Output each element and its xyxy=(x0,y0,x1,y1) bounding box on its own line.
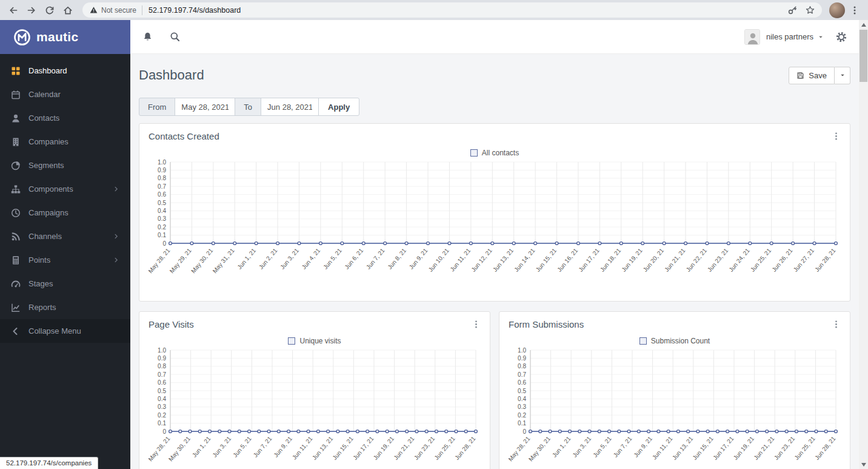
legend-label: Unique visits xyxy=(299,337,341,345)
search-icon[interactable] xyxy=(170,32,180,42)
sidebar-item-label: Points xyxy=(28,255,50,265)
points-icon xyxy=(11,255,21,265)
sidebar-item-label: Channels xyxy=(28,232,62,241)
chart-legend[interactable]: All contacts xyxy=(149,147,841,158)
sidebar-item-segments[interactable]: Segments xyxy=(0,154,130,177)
svg-text:Jun 9, 21: Jun 9, 21 xyxy=(632,435,653,459)
sidebar-item-channels[interactable]: Channels xyxy=(0,224,130,248)
home-icon xyxy=(63,5,73,15)
chevron-right-icon xyxy=(113,257,119,263)
sidebar-item-companies[interactable]: Companies xyxy=(0,130,130,154)
svg-text:Jun 11, 21: Jun 11, 21 xyxy=(449,247,472,273)
sidebar-item-calendar[interactable]: Calendar xyxy=(0,83,130,106)
sidebar-item-label: Stages xyxy=(28,279,53,288)
svg-text:1.0: 1.0 xyxy=(158,159,166,166)
svg-text:Jun 7, 21: Jun 7, 21 xyxy=(252,435,273,459)
svg-text:0: 0 xyxy=(522,428,526,435)
sidebar-collapse-menu[interactable]: Collapse Menu xyxy=(0,319,130,343)
bookmark-star-icon[interactable] xyxy=(806,5,815,15)
apply-button[interactable]: Apply xyxy=(318,98,359,116)
svg-text:0.6: 0.6 xyxy=(158,379,166,386)
svg-text:Jun 14, 21: Jun 14, 21 xyxy=(513,247,536,273)
sidebar-item-label: Reports xyxy=(28,303,56,312)
panel-menu-kebab-icon[interactable] xyxy=(832,320,841,329)
settings-gear-icon[interactable] xyxy=(836,32,847,42)
svg-text:Jun 10, 21: Jun 10, 21 xyxy=(427,247,451,273)
panel-menu-kebab-icon[interactable] xyxy=(832,132,841,141)
sidebar-item-contacts[interactable]: Contacts xyxy=(0,106,130,130)
browser-refresh-button[interactable] xyxy=(41,2,58,19)
svg-text:Jun 28, 21: Jun 28, 21 xyxy=(453,435,477,461)
svg-text:Jun 3, 21: Jun 3, 21 xyxy=(571,435,592,459)
date-range-filter: From To Apply xyxy=(139,98,850,116)
scroll-down-arrow[interactable] xyxy=(859,460,868,469)
chart-legend[interactable]: Submission Count xyxy=(509,336,841,346)
sidebar-item-points[interactable]: Points xyxy=(0,248,130,272)
sidebar-item-stages[interactable]: Stages xyxy=(0,272,130,295)
legend-swatch xyxy=(288,337,295,345)
svg-text:0.6: 0.6 xyxy=(158,191,166,198)
sidebar-item-dashboard[interactable]: Dashboard xyxy=(0,59,130,83)
sidebar: mautic DashboardCalendarContactsCompanie… xyxy=(0,20,130,469)
panel-contacts-created: Contacts Created All contacts 1.00.90.80… xyxy=(139,123,850,302)
svg-text:Jun 15, 21: Jun 15, 21 xyxy=(535,247,558,273)
mautic-logo[interactable]: mautic xyxy=(0,20,130,54)
sidebar-item-campaigns[interactable]: Campaigns xyxy=(0,201,130,224)
svg-text:0.5: 0.5 xyxy=(158,388,166,394)
sidebar-item-components[interactable]: Components xyxy=(0,177,130,201)
svg-text:Jun 17, 21: Jun 17, 21 xyxy=(577,247,601,273)
svg-text:Jun 20, 21: Jun 20, 21 xyxy=(642,247,666,273)
svg-text:Jun 9, 21: Jun 9, 21 xyxy=(408,247,429,271)
svg-text:0.2: 0.2 xyxy=(158,412,166,419)
browser-profile-avatar[interactable] xyxy=(829,2,845,18)
account-menu[interactable]: niles partners xyxy=(766,32,824,41)
panel-menu-kebab-icon[interactable] xyxy=(472,320,481,329)
vertical-scrollbar[interactable] xyxy=(859,20,868,469)
chart-legend[interactable]: Unique visits xyxy=(149,336,481,346)
scroll-up-arrow[interactable] xyxy=(859,20,868,29)
browser-forward-button[interactable] xyxy=(23,2,40,19)
svg-text:Jun 21, 21: Jun 21, 21 xyxy=(663,247,687,273)
contacts-icon xyxy=(11,113,21,123)
browser-toolbar: Not secure 52.179.197.74/s/dashboard xyxy=(0,0,868,20)
scrollbar-thumb[interactable] xyxy=(860,30,867,82)
svg-text:Jun 25, 21: Jun 25, 21 xyxy=(749,247,773,273)
reports-icon xyxy=(11,303,21,312)
svg-text:0.4: 0.4 xyxy=(158,208,166,214)
from-label[interactable]: From xyxy=(139,98,175,116)
svg-text:0.4: 0.4 xyxy=(518,396,526,402)
sidebar-item-reports[interactable]: Reports xyxy=(0,295,130,319)
password-key-icon[interactable] xyxy=(788,5,797,15)
account-name: niles partners xyxy=(766,32,813,41)
calendar-icon xyxy=(11,90,21,100)
security-label[interactable]: Not secure xyxy=(101,6,136,15)
sidebar-item-label: Components xyxy=(28,184,73,194)
sidebar-menu: DashboardCalendarContactsCompaniesSegmen… xyxy=(0,54,130,343)
date-from-input[interactable] xyxy=(175,98,235,116)
svg-text:0: 0 xyxy=(162,428,166,435)
svg-text:0.9: 0.9 xyxy=(518,355,526,362)
svg-text:Jun 24, 21: Jun 24, 21 xyxy=(727,247,751,273)
panel-form-submissions: Form Submissions Submission Count 1.00.9… xyxy=(499,311,850,469)
user-avatar[interactable] xyxy=(744,29,760,45)
not-secure-warning-icon[interactable] xyxy=(90,6,98,14)
svg-text:Jun 18, 21: Jun 18, 21 xyxy=(599,247,623,273)
page-url[interactable]: 52.179.197.74/s/dashboard xyxy=(149,6,241,15)
save-dropdown-button[interactable] xyxy=(835,67,850,84)
sidebar-item-label: Collapse Menu xyxy=(28,326,81,336)
address-bar[interactable]: Not secure 52.179.197.74/s/dashboard xyxy=(82,2,822,18)
svg-text:Jun 7, 21: Jun 7, 21 xyxy=(365,247,386,271)
notifications-bell-icon[interactable] xyxy=(142,32,153,42)
svg-text:0.1: 0.1 xyxy=(158,232,166,238)
browser-back-button[interactable] xyxy=(5,2,22,19)
dashboard-page: Dashboard Save From To Apply xyxy=(130,54,859,469)
save-button[interactable]: Save xyxy=(789,67,835,84)
browser-home-button[interactable] xyxy=(59,2,76,19)
date-to-input[interactable] xyxy=(261,98,319,116)
svg-text:0.7: 0.7 xyxy=(158,183,166,190)
browser-menu-button[interactable] xyxy=(846,2,863,19)
sidebar-item-label: Contacts xyxy=(28,113,59,123)
to-label[interactable]: To xyxy=(235,98,261,116)
svg-text:0.9: 0.9 xyxy=(158,167,166,174)
svg-text:1.0: 1.0 xyxy=(518,347,526,354)
